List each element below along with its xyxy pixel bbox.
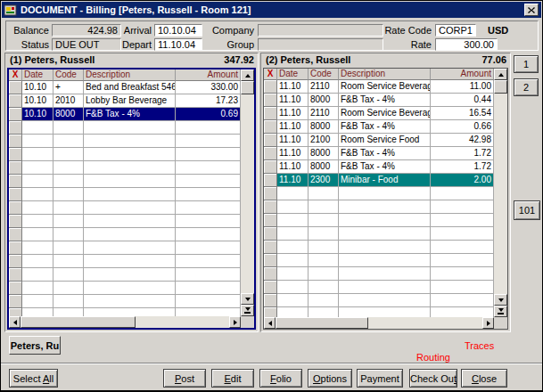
cell-empty: [22, 295, 53, 308]
cell-empty: [22, 282, 53, 295]
end-arrow-glyph: [244, 307, 251, 314]
check-out-button[interactable]: Check Out: [409, 369, 457, 388]
table-row-empty: [9, 188, 241, 201]
cell-empty: [53, 135, 84, 148]
rate-code-field[interactable]: CORP1: [435, 24, 476, 37]
right-arrow-glyph: [487, 321, 490, 326]
cell-date: 11.10: [277, 174, 309, 187]
table-row[interactable]: 10.108000F&B Tax - 4%0.69: [9, 108, 241, 121]
cell-empty: [22, 228, 53, 241]
end-arrow-glyph: [498, 308, 504, 314]
row-selector[interactable]: [9, 81, 22, 94]
row-selector[interactable]: [264, 174, 277, 187]
table-row[interactable]: 11.102110Room Service Beverage16.54: [264, 107, 494, 120]
company-field[interactable]: [258, 24, 383, 37]
table-row-empty: [9, 121, 241, 135]
row-selector[interactable]: [264, 160, 277, 174]
row-selector[interactable]: [9, 108, 22, 121]
row-selector[interactable]: [264, 94, 277, 107]
table-row-empty: [9, 308, 241, 316]
vertical-scroll-thumb[interactable]: [494, 80, 507, 94]
folio-window-buttons: 12101: [513, 53, 543, 231]
table-row[interactable]: 10.102010Lobby Bar Beverage17.23: [9, 94, 241, 108]
scroll-down-icon[interactable]: [241, 293, 254, 305]
table-row[interactable]: 11.102300Minibar - Food2.00: [264, 174, 494, 187]
cell-description: Minibar - Food: [339, 174, 431, 187]
window-button-1[interactable]: 1: [514, 55, 539, 73]
cell-empty: [339, 227, 431, 241]
table-row[interactable]: 11.108000F&B Tax - 4%1.72: [264, 160, 494, 174]
scroll-left-icon[interactable]: [9, 316, 21, 328]
cell-empty: [176, 161, 241, 175]
scroll-up-icon[interactable]: [494, 69, 507, 80]
row-selector[interactable]: [9, 94, 22, 108]
close-icon[interactable]: [524, 4, 539, 16]
edit-button[interactable]: Edit: [211, 369, 254, 388]
cell-amount: 330.00: [176, 81, 241, 94]
cell-empty: [309, 307, 339, 317]
row-selector[interactable]: [264, 147, 277, 160]
table-row-empty: [264, 227, 494, 241]
cell-date: 11.10: [277, 147, 309, 160]
vertical-scroll-track[interactable]: [494, 94, 507, 294]
scroll-down-icon[interactable]: [494, 294, 507, 306]
column-header-description: Description: [84, 69, 176, 81]
cell-empty: [22, 121, 53, 135]
rate-field[interactable]: 300.00: [435, 38, 498, 51]
window-button-2[interactable]: 2: [514, 78, 539, 96]
window-button-101[interactable]: 101: [514, 200, 540, 220]
row-selector[interactable]: [264, 107, 277, 120]
cell-empty: [339, 187, 431, 200]
vertical-scrollbar[interactable]: [494, 69, 507, 317]
vertical-scroll-track[interactable]: [241, 94, 254, 293]
vertical-scrollbar[interactable]: [241, 69, 254, 316]
table-row[interactable]: 11.102110Room Service Beverage11.00: [264, 80, 494, 94]
table-row-empty: [9, 215, 241, 228]
group-field[interactable]: [258, 38, 383, 51]
cell-empty: [176, 241, 241, 255]
scroll-up-icon[interactable]: [241, 69, 254, 81]
cell-empty: [339, 214, 431, 227]
horizontal-scroll-track[interactable]: [21, 316, 229, 328]
cell-empty: [22, 148, 53, 161]
scrollbar-corner: [494, 317, 507, 329]
horizontal-scroll-thumb[interactable]: [21, 316, 136, 328]
scroll-right-icon[interactable]: [229, 316, 241, 328]
scroll-end-icon[interactable]: [241, 305, 254, 316]
close-button[interactable]: Close: [461, 369, 507, 388]
app-icon[interactable]: [4, 4, 17, 16]
table-row[interactable]: 11.102100Room Service Food42.98: [264, 134, 494, 147]
scroll-left-icon[interactable]: [264, 317, 276, 329]
select-all-button[interactable]: Select All: [9, 369, 58, 388]
payment-button[interactable]: Payment: [357, 369, 403, 388]
row-selector[interactable]: [264, 80, 277, 94]
options-button[interactable]: Options: [308, 369, 352, 388]
cell-empty: [84, 175, 176, 188]
scroll-right-icon[interactable]: [482, 317, 494, 329]
table-row[interactable]: 11.108000F&B Tax - 4%1.72: [264, 147, 494, 160]
folio-button[interactable]: Folio: [259, 369, 302, 388]
post-button[interactable]: Post: [163, 369, 206, 388]
horizontal-scroll-thumb[interactable]: [276, 317, 368, 329]
scroll-end-icon[interactable]: [494, 306, 507, 317]
row-selector[interactable]: [264, 120, 277, 134]
guest-tab[interactable]: Peters, Ru: [9, 336, 61, 355]
cell-date: 11.10: [277, 160, 309, 174]
left-arrow-glyph: [268, 321, 272, 326]
table-row-empty: [9, 241, 241, 255]
cell-empty: [309, 241, 339, 254]
cell-date: 11.10: [277, 94, 309, 107]
table-row[interactable]: 11.108000F&B Tax - 4%0.44: [264, 94, 494, 107]
row-selector: [264, 294, 277, 307]
cell-empty: [431, 281, 494, 294]
table-row[interactable]: 11.108000F&B Tax - 4%0.66: [264, 120, 494, 134]
table-row[interactable]: 10.10+Bed and Breakfast 5464330.00: [9, 81, 241, 94]
horizontal-scroll-track[interactable]: [276, 317, 482, 329]
row-selector: [9, 188, 22, 201]
cell-amount: 42.98: [431, 134, 494, 147]
vertical-scroll-thumb[interactable]: [241, 81, 254, 94]
horizontal-scrollbar[interactable]: [264, 317, 494, 329]
row-selector[interactable]: [264, 134, 277, 147]
horizontal-scrollbar[interactable]: [9, 316, 241, 328]
cell-empty: [339, 200, 431, 214]
